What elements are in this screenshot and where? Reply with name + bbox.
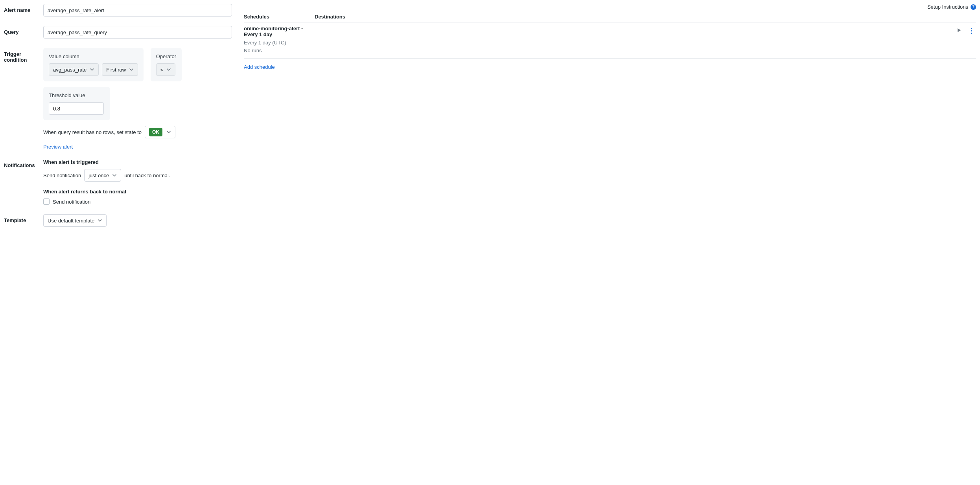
notifications-label: Notifications xyxy=(4,159,43,168)
send-notification-prefix: Send notification xyxy=(43,173,81,178)
ok-badge: OK xyxy=(149,128,162,136)
chevron-down-icon xyxy=(129,67,134,72)
chevron-down-icon xyxy=(90,67,94,72)
value-column-select[interactable]: avg_pass_rate xyxy=(49,63,99,76)
triggered-heading: When alert is triggered xyxy=(43,159,232,165)
play-icon[interactable] xyxy=(957,28,962,34)
trigger-condition-label: Trigger condition xyxy=(4,48,43,63)
template-select[interactable]: Use default template xyxy=(43,214,107,227)
setup-instructions-link[interactable]: Setup Instructions xyxy=(927,4,968,10)
destinations-column-header: Destinations xyxy=(315,14,976,20)
schedule-runs: No runs xyxy=(244,47,957,55)
value-column-selected-text: avg_pass_rate xyxy=(53,67,87,73)
preview-alert-link[interactable]: Preview alert xyxy=(43,144,232,150)
notification-frequency-select[interactable]: just once xyxy=(84,169,121,182)
help-icon[interactable]: ? xyxy=(971,4,976,10)
row-selector-text: First row xyxy=(106,67,126,73)
operator-selected-text: < xyxy=(160,67,164,73)
chevron-down-icon xyxy=(166,130,171,134)
value-column-panel: Value column avg_pass_rate First row xyxy=(43,48,144,81)
template-selected-text: Use default template xyxy=(48,218,94,224)
chevron-down-icon xyxy=(112,173,117,178)
threshold-panel: Threshold value xyxy=(43,87,110,120)
schedules-column-header: Schedules xyxy=(244,14,315,20)
schedule-interval: Every 1 day (UTC) xyxy=(244,39,957,47)
chevron-down-icon xyxy=(166,67,171,72)
schedule-title: online-monitoring-alert - Every 1 day xyxy=(244,26,311,37)
query-label: Query xyxy=(4,26,43,35)
kebab-menu-icon[interactable] xyxy=(969,27,974,35)
schedule-row: online-monitoring-alert - Every 1 day Ev… xyxy=(244,22,976,59)
back-to-normal-checkbox-label: Send notification xyxy=(53,199,90,205)
operator-select[interactable]: < xyxy=(156,63,176,76)
alert-name-input[interactable] xyxy=(43,4,232,17)
add-schedule-link[interactable]: Add schedule xyxy=(244,64,275,70)
no-rows-text: When query result has no rows, set state… xyxy=(43,129,142,135)
chevron-down-icon xyxy=(98,218,102,223)
value-column-panel-label: Value column xyxy=(49,53,138,59)
alert-name-label: Alert name xyxy=(4,4,43,13)
threshold-label: Threshold value xyxy=(49,92,105,98)
operator-panel-label: Operator xyxy=(156,53,176,59)
row-selector-select[interactable]: First row xyxy=(102,63,138,76)
back-to-normal-heading: When alert returns back to normal xyxy=(43,189,232,195)
threshold-input[interactable] xyxy=(49,102,104,115)
query-input[interactable] xyxy=(43,26,232,39)
back-to-normal-checkbox[interactable] xyxy=(43,198,50,205)
send-notification-suffix: until back to normal. xyxy=(124,173,170,178)
operator-panel: Operator < xyxy=(151,48,182,81)
notification-frequency-text: just once xyxy=(88,173,109,178)
no-rows-state-select[interactable]: OK xyxy=(145,126,175,138)
template-label: Template xyxy=(4,214,43,223)
